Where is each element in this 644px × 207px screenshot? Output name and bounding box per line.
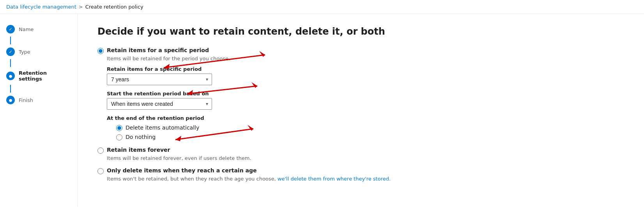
end-period-label: At the end of the retention period xyxy=(107,115,625,121)
label-do-nothing[interactable]: Do nothing xyxy=(126,134,156,140)
step-connector-1 xyxy=(10,37,11,44)
dot-icon-2: ● xyxy=(9,98,12,102)
radio-retain-forever[interactable] xyxy=(97,147,104,154)
radio-do-nothing[interactable] xyxy=(116,134,122,140)
breadcrumb-current: Create retention policy xyxy=(85,4,143,10)
step-label-retention: Retention settings xyxy=(19,70,71,82)
main-content: Decide if you want to retain content, de… xyxy=(78,14,644,207)
step-label-type: Type xyxy=(19,49,30,55)
radio-option-delete-only[interactable]: Only delete items when they reach a cert… xyxy=(97,167,625,174)
dot-icon: ● xyxy=(9,74,12,78)
check-icon: ✓ xyxy=(9,27,12,32)
main-layout: ✓ Name ✓ Type ● Retention settings ● Fin… xyxy=(0,14,644,207)
radio-retain-specific[interactable] xyxy=(97,48,104,54)
end-period-sub-options: Delete items automatically Do nothing xyxy=(116,124,625,140)
start-period-select-wrapper: When items were created When items were … xyxy=(107,98,212,110)
step-label-finish: Finish xyxy=(19,97,33,103)
option-delete-only: Only delete items when they reach a cert… xyxy=(97,167,625,182)
sidebar: ✓ Name ✓ Type ● Retention settings ● Fin… xyxy=(0,14,78,207)
radio-label-delete-only[interactable]: Only delete items when they reach a cert… xyxy=(107,167,257,174)
step-circle-type: ✓ xyxy=(6,47,15,56)
breadcrumb-separator: > xyxy=(79,4,83,10)
radio-desc-retain-specific: Items will be retained for the period yo… xyxy=(107,56,625,61)
step-connector-3 xyxy=(10,85,11,93)
sidebar-item-name[interactable]: ✓ Name xyxy=(0,22,78,37)
start-period-select[interactable]: When items were created When items were … xyxy=(107,98,212,110)
radio-label-retain-specific[interactable]: Retain items for a specific period xyxy=(107,47,209,53)
retain-period-label: Retain items for a specific period xyxy=(107,66,625,72)
start-period-group: Start the retention period based on When… xyxy=(107,91,625,110)
start-period-label: Start the retention period based on xyxy=(107,91,625,96)
retain-period-select-wrapper: 1 year 2 years 3 years 5 years 7 years 1… xyxy=(107,74,212,85)
step-circle-name: ✓ xyxy=(6,25,15,33)
radio-desc-retain-forever: Items will be retained forever, even if … xyxy=(107,155,625,161)
label-delete-auto[interactable]: Delete items automatically xyxy=(126,125,199,131)
sidebar-item-finish[interactable]: ● Finish xyxy=(0,93,78,107)
end-of-period-group: At the end of the retention period Delet… xyxy=(107,115,625,140)
sub-option-delete-auto[interactable]: Delete items automatically xyxy=(116,124,625,131)
retain-period-select[interactable]: 1 year 2 years 3 years 5 years 7 years 1… xyxy=(107,74,212,85)
radio-delete-only[interactable] xyxy=(97,168,104,174)
step-circle-retention: ● xyxy=(6,72,15,80)
breadcrumb: Data lifecycle management > Create reten… xyxy=(0,0,644,14)
sidebar-item-type[interactable]: ✓ Type xyxy=(0,44,78,59)
option-retain-forever: Retain items forever Items will be retai… xyxy=(97,147,625,161)
sidebar-item-retention-settings[interactable]: ● Retention settings xyxy=(0,67,78,85)
retain-period-group: Retain items for a specific period 1 yea… xyxy=(107,66,625,85)
radio-label-retain-forever[interactable]: Retain items forever xyxy=(107,147,170,153)
radio-option-retain-forever[interactable]: Retain items forever xyxy=(97,147,625,154)
option-retain-specific: Retain items for a specific period Items… xyxy=(97,47,625,140)
breadcrumb-parent[interactable]: Data lifecycle management xyxy=(6,4,76,10)
step-label-name: Name xyxy=(19,26,34,32)
step-circle-finish: ● xyxy=(6,96,15,104)
radio-delete-auto[interactable] xyxy=(116,125,122,131)
delete-only-link[interactable]: we'll delete them from where they're sto… xyxy=(278,176,391,182)
step-connector-2 xyxy=(10,59,11,67)
radio-desc-delete-only: Items won't be retained, but when they r… xyxy=(107,176,625,182)
page-title: Decide if you want to retain content, de… xyxy=(97,26,625,38)
radio-option-retain-specific[interactable]: Retain items for a specific period xyxy=(97,47,625,54)
sub-option-do-nothing[interactable]: Do nothing xyxy=(116,133,625,140)
check-icon-2: ✓ xyxy=(9,49,12,54)
